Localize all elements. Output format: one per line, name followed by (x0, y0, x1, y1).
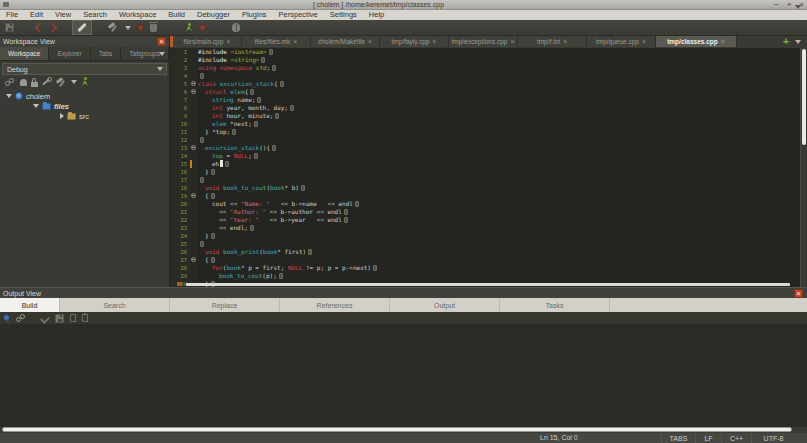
wrench-icon[interactable] (42, 77, 52, 87)
scrollbar-thumb[interactable] (802, 49, 806, 145)
clean-icon[interactable] (150, 24, 157, 32)
tree-item-src[interactable]: src (0, 111, 169, 121)
new-tab-button[interactable]: + (779, 36, 793, 47)
workspace-toolbar (0, 76, 169, 88)
menu-help[interactable]: Help (363, 10, 390, 20)
editor-tab[interactable]: tmp/queue.cpp× (587, 36, 656, 47)
eol-marker (261, 57, 265, 63)
menu-view[interactable]: View (49, 10, 77, 20)
tab-list-dropdown-icon[interactable] (795, 40, 801, 44)
link-icon[interactable] (16, 314, 27, 322)
tab-close-icon[interactable]: × (642, 38, 646, 45)
paste-icon[interactable] (82, 314, 88, 322)
window-title: [ cholem ] /home/keremet/tmp/classes.cpp (100, 1, 657, 8)
output-content[interactable] (0, 324, 807, 427)
workspace-tab-tabs[interactable]: Tabs (91, 47, 122, 60)
check-icon[interactable] (40, 314, 50, 324)
editor-tab[interactable]: tmp/fayly.cpp× (380, 36, 449, 47)
editor-tab[interactable]: tmp/f.txt× (518, 36, 587, 47)
output-tab-references[interactable]: References (280, 298, 390, 312)
workspace-close-button[interactable]: × (157, 37, 166, 46)
fold-column (190, 72, 198, 80)
bug-icon[interactable] (232, 23, 240, 32)
stop-icon[interactable] (137, 24, 144, 31)
pin-icon[interactable] (3, 314, 11, 323)
output-tab-search[interactable]: Search (60, 298, 170, 312)
workspace-tabs-dropdown-icon[interactable] (159, 52, 165, 56)
editor-tab[interactable]: files/main.cpp× (173, 36, 242, 47)
code-token: book (270, 184, 284, 191)
output-tabs-dropdown-icon[interactable] (795, 5, 801, 9)
editor-tab[interactable]: tmp/classes.cpp× (656, 36, 737, 47)
statusbar-cell-tabs[interactable]: TABS (661, 433, 695, 443)
menu-file[interactable]: File (0, 10, 24, 20)
record-icon[interactable] (199, 24, 206, 31)
link-icon[interactable] (5, 78, 16, 86)
tab-close-icon[interactable]: × (293, 38, 297, 45)
tab-close-icon[interactable]: × (226, 38, 230, 45)
code-editor[interactable]: 1#include <iostream>2#include <string>3u… (170, 48, 800, 287)
editor-vscrollbar[interactable] (800, 48, 807, 287)
tab-close-icon[interactable]: × (432, 38, 436, 45)
output-close-button[interactable]: × (794, 289, 803, 298)
run-icon[interactable] (185, 23, 193, 33)
tab-close-icon[interactable]: × (510, 38, 514, 45)
output-tab-output[interactable]: Output (390, 298, 500, 312)
output-tab-tasks[interactable]: Tasks (500, 298, 610, 312)
caret-down-icon[interactable] (125, 26, 131, 30)
fold-marker-icon[interactable] (191, 145, 196, 150)
menu-debugger[interactable]: Debugger (191, 10, 236, 20)
expand-icon[interactable] (60, 113, 64, 119)
save-icon[interactable] (55, 314, 64, 323)
statusbar-cell-c++[interactable]: C++ (721, 433, 751, 443)
code-token: int (212, 112, 223, 119)
build-icon[interactable] (56, 77, 67, 88)
fold-marker-icon[interactable] (191, 193, 196, 198)
maximize-button[interactable]: + (787, 0, 792, 9)
tab-close-icon[interactable]: × (563, 38, 567, 45)
editor-hscrollbar[interactable] (186, 283, 790, 286)
collapse-icon[interactable] (6, 94, 12, 98)
menu-search[interactable]: Search (77, 10, 113, 20)
output-hscrollbar[interactable] (2, 427, 792, 432)
code-line: 26void book_print(book* first) (170, 248, 800, 256)
menu-workspace[interactable]: Workspace (113, 10, 162, 20)
back-icon[interactable] (35, 23, 45, 33)
tree-item-cholem[interactable]: cholem (0, 91, 169, 101)
build-config-dropdown[interactable]: Debug (2, 63, 167, 75)
tree-item-files[interactable]: files (0, 101, 169, 111)
statusbar-cell-utf-8[interactable]: UTF-8 (751, 433, 795, 443)
fold-marker-icon[interactable] (191, 257, 196, 262)
menu-perspective[interactable]: Perspective (273, 10, 324, 20)
editor-tab[interactable]: tmp/exceptions.cpp× (449, 36, 518, 47)
editor-tab-label: tmp/f.txt (537, 38, 560, 45)
output-tab-build[interactable]: Build (0, 298, 60, 312)
tab-close-icon[interactable]: × (368, 38, 372, 45)
fold-marker-icon[interactable] (191, 89, 196, 94)
forward-icon[interactable] (48, 23, 58, 33)
menu-plugins[interactable]: Plugins (236, 10, 273, 20)
workspace-tab-workspace[interactable]: Workspace (0, 47, 49, 60)
build-icon[interactable] (108, 22, 119, 33)
workspace-tab-explorer[interactable]: Explorer (49, 47, 90, 60)
code-token: <string> (231, 56, 260, 63)
edit-button[interactable] (72, 20, 92, 35)
lock-icon[interactable] (31, 82, 38, 87)
menu-settings[interactable]: Settings (324, 10, 363, 20)
code-line: 7string name; (170, 96, 800, 104)
fold-marker-icon[interactable] (191, 81, 196, 86)
statusbar-cell-lf[interactable]: LF (695, 433, 721, 443)
collapse-icon[interactable] (33, 104, 39, 108)
caret-down-icon[interactable] (71, 80, 77, 84)
menu-build[interactable]: Build (162, 10, 191, 20)
bell-icon[interactable] (20, 79, 27, 86)
menu-edit[interactable]: Edit (24, 10, 49, 20)
run-icon[interactable] (81, 77, 89, 87)
minimize-button[interactable]: − (774, 0, 779, 9)
save-icon[interactable] (5, 23, 14, 32)
tab-close-icon[interactable]: × (721, 38, 725, 45)
output-tab-replace[interactable]: Replace (170, 298, 280, 312)
editor-tab[interactable]: files/files.mk× (242, 36, 311, 47)
editor-tab[interactable]: cholem/Makefile× (311, 36, 380, 47)
copy-icon[interactable] (70, 314, 76, 322)
